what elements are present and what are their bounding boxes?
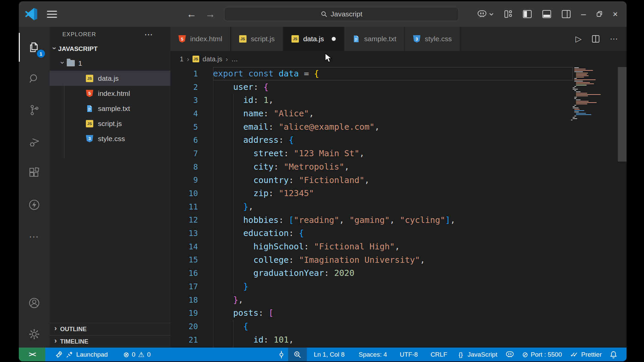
zoom-indicator[interactable] (288, 348, 307, 361)
tab-label: index.html (190, 35, 222, 43)
launchpad-item[interactable]: Launchpad (51, 348, 112, 361)
line-number: 18 (170, 296, 198, 304)
file-row-script.js[interactable]: JSscript.js (50, 116, 170, 131)
problems-item[interactable]: ⊗ 0 ⚠ 0 (119, 348, 155, 361)
workspace-section[interactable]: › JAVASCRIPT (50, 42, 170, 56)
code-line-1[interactable]: 1 export const data = { (170, 67, 573, 80)
breadcrumb-symbol[interactable]: … (231, 55, 238, 63)
copilot-status[interactable] (501, 348, 518, 361)
tab-index.html[interactable]: 5index.html (170, 27, 231, 51)
toggle-primary-sidebar-icon[interactable] (523, 10, 532, 18)
code-line-5[interactable]: 5 email: "alice@example.com", (170, 120, 573, 134)
menu-icon[interactable] (47, 11, 57, 18)
outline-section[interactable]: › OUTLINE (50, 323, 170, 335)
code-editor[interactable]: 1 export const data = { 2 user: { 3 id: … (170, 67, 627, 348)
encoding[interactable]: UTF-8 (396, 348, 422, 361)
accounts-icon[interactable] (19, 287, 50, 319)
breadcrumb-file[interactable]: data.js (203, 55, 222, 63)
command-center-search[interactable]: Javascript (224, 7, 459, 21)
thunder-client-activity-icon[interactable] (19, 189, 50, 221)
breadcrumb-separator-icon: › (187, 55, 189, 63)
file-row-index.html[interactable]: 5index.html (50, 86, 170, 101)
extensions-activity-icon[interactable] (19, 158, 50, 189)
run-debug-activity-icon[interactable] (19, 126, 50, 158)
timeline-label: TIMELINE (60, 338, 88, 345)
restore-button[interactable] (596, 11, 603, 17)
indentation[interactable]: Spaces: 4 (355, 348, 391, 361)
code-line-22[interactable]: 22 title: "My first post", (170, 346, 573, 348)
split-editor-icon[interactable] (592, 35, 600, 43)
live-server-port[interactable]: ⊘ Port : 5500 (518, 348, 566, 361)
code-line-20[interactable]: 20 { (170, 320, 573, 333)
search-activity-icon[interactable] (19, 63, 50, 95)
toggle-panel-icon[interactable] (542, 10, 551, 18)
settings-gear-icon[interactable] (19, 321, 50, 348)
more-views-icon[interactable]: ⋯ (19, 221, 50, 252)
language-label: JavaScript (468, 351, 497, 358)
toggle-secondary-sidebar-icon[interactable] (561, 10, 571, 18)
code-line-4[interactable]: 4 name: "Alice", (170, 107, 573, 120)
code-line-16[interactable]: 16 graduationYear: 2020 (170, 266, 573, 280)
source-control-activity-icon[interactable] (19, 95, 50, 126)
code-line-8[interactable]: 8 city: "Metropolis", (170, 160, 573, 174)
code-line-17[interactable]: 17 } (170, 280, 573, 293)
spaces-label: Spaces: 4 (359, 351, 387, 358)
breadcrumb[interactable]: 1 › JS data.js › … (170, 51, 627, 67)
tab-script.js[interactable]: JSscript.js (231, 27, 283, 51)
workspace-label: JAVASCRIPT (58, 45, 98, 53)
commit-indicator[interactable] (275, 348, 288, 361)
tab-sample.txt[interactable]: sample.txt (344, 27, 405, 51)
css-file-icon: 3 (86, 135, 93, 142)
customize-layout-icon[interactable] (504, 10, 513, 18)
notifications-bell[interactable] (606, 348, 621, 361)
explorer-activity-icon[interactable]: 1 (19, 32, 50, 63)
zoom-in-icon (293, 351, 302, 359)
code-line-11[interactable]: 11 }, (170, 200, 573, 214)
editor-more-actions-icon[interactable]: ⋯ (610, 34, 618, 44)
txt-file-icon (86, 105, 93, 112)
file-row-data.js[interactable]: JSdata.js (50, 71, 170, 86)
code-line-18[interactable]: 18 }, (170, 293, 573, 307)
tab-data.js[interactable]: JSdata.js (283, 27, 344, 51)
formatter-status[interactable]: ✓✓ Prettier (566, 348, 606, 361)
eol-sequence[interactable]: CRLF (427, 348, 451, 361)
file-row-sample.txt[interactable]: sample.txt (50, 101, 170, 116)
back-arrow-icon[interactable]: ← (186, 9, 197, 19)
code-line-10[interactable]: 10 zip: "12345" (170, 187, 573, 200)
copilot-icon[interactable] (477, 10, 494, 18)
code-line-2[interactable]: 2 user: { (170, 80, 573, 94)
breadcrumb-root[interactable]: 1 (180, 55, 183, 63)
explorer-sidebar: EXPLORER ⋯ › JAVASCRIPT › 1 JSdata.js 5i… (50, 27, 170, 348)
folder-row[interactable]: › 1 (50, 56, 170, 71)
file-row-style.css[interactable]: 3style.css (50, 131, 170, 146)
line-number: 4 (170, 109, 198, 118)
timeline-section[interactable]: › TIMELINE (50, 335, 170, 348)
code-line-15[interactable]: 15 college: "Imagination University", (170, 253, 573, 267)
cursor-position[interactable]: Ln 1, Col 8 (310, 348, 348, 361)
language-mode[interactable]: {} JavaScript (454, 348, 501, 361)
remote-indicator[interactable]: >< (19, 348, 45, 361)
code-line-21[interactable]: 21 id: 101, (170, 333, 573, 347)
code-line-6[interactable]: 6 address: { (170, 133, 573, 147)
js-file-icon: JS (86, 75, 93, 82)
editor-scrollbar[interactable] (618, 67, 627, 162)
search-value: Javascript (331, 10, 363, 18)
code-line-3[interactable]: 3 id: 1, (170, 94, 573, 107)
code-line-19[interactable]: 19 posts: [ (170, 306, 573, 320)
minimize-button[interactable]: – (581, 9, 586, 19)
code-line-13[interactable]: 13 education: { (170, 227, 573, 240)
code-line-9[interactable]: 9 country: "Fictionland", (170, 174, 573, 187)
explorer-title: EXPLORER (62, 31, 96, 38)
tab-style.css[interactable]: 3style.css (405, 27, 461, 51)
close-button[interactable]: × (613, 9, 618, 19)
minimap[interactable] (571, 67, 616, 121)
file-tree: › 1 JSdata.js 5index.html sample.txt JSs… (50, 56, 170, 146)
forward-arrow-icon[interactable]: → (205, 9, 215, 19)
code-line-14[interactable]: 14 highSchool: "Fictional High", (170, 240, 573, 253)
formatter-label: Prettier (581, 351, 602, 358)
code-line-12[interactable]: 12 hobbies: ["reading", "gaming", "cycli… (170, 214, 573, 227)
run-file-icon[interactable]: ▷ (576, 34, 582, 44)
explorer-actions-icon[interactable]: ⋯ (144, 29, 154, 40)
js-file-icon: JS (193, 56, 199, 62)
code-line-7[interactable]: 7 street: "123 Main St", (170, 147, 573, 160)
